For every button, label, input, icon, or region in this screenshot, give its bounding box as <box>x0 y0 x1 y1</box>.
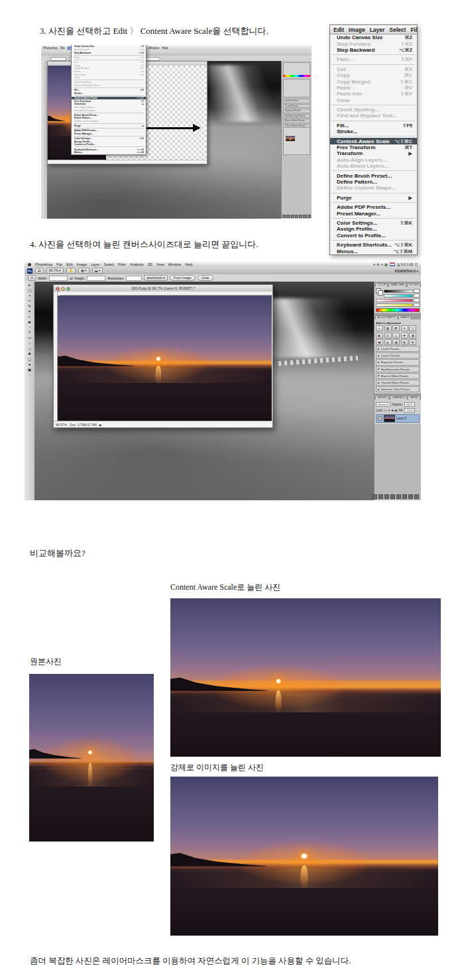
menubar-item[interactable]: Edit <box>66 262 72 266</box>
adjustment-icon[interactable]: ◬ <box>392 333 400 339</box>
preset-row[interactable]: Hue/Saturation Presets <box>283 114 310 119</box>
preset-row[interactable]: ▶ Curves Presets <box>376 353 420 358</box>
menu-item[interactable]: Find and Replace Text... <box>330 113 417 119</box>
menu-item[interactable]: Undo Canvas Size⌘Z <box>330 34 417 40</box>
view-extras-button[interactable]: ▤ <box>35 268 44 274</box>
tool-icon[interactable]: ◻ <box>28 357 31 362</box>
preset-row[interactable]: ▶ Levels Presets <box>376 346 420 352</box>
menu-item[interactable]: Purge▶ <box>330 195 417 201</box>
opacity-value[interactable]: 100% <box>404 402 415 408</box>
preset-row[interactable]: ▶ Black & White Presets <box>376 373 420 379</box>
menubar-item[interactable]: Window <box>168 262 182 266</box>
workspace-switcher[interactable]: ESSENTIALS ▾ <box>395 269 418 273</box>
menubar-item[interactable]: Photoshop <box>35 262 52 266</box>
menubar-item[interactable]: Image <box>77 262 87 266</box>
layer-row[interactable]: Layer 0 <box>376 414 420 423</box>
menu-item[interactable]: Fade...⇧⌘F <box>330 56 417 62</box>
menu-header-item[interactable]: Filte <box>410 27 417 33</box>
adjustment-icon[interactable]: ▽ <box>409 325 416 331</box>
swap-icon[interactable]: ⇄ <box>70 276 72 280</box>
adjustment-icon[interactable]: ▦ <box>384 325 392 331</box>
status-arrow-icon[interactable]: ▶ <box>99 423 102 427</box>
tool-preset[interactable]: ⊡ <box>28 275 36 281</box>
adjustment-icon[interactable]: ◧ <box>376 333 383 339</box>
menu-header-item[interactable]: Image <box>349 27 365 33</box>
adjustments-panel[interactable] <box>283 79 310 97</box>
hand-tool-button[interactable]: ✋ <box>66 268 76 274</box>
tool-icon[interactable]: ■ <box>29 320 31 325</box>
blend-mode-select[interactable]: Normal ▾ <box>376 402 390 408</box>
panel-tab[interactable]: SWATCHES <box>388 283 406 288</box>
tool-icon[interactable]: ▭ <box>28 336 32 341</box>
adjustment-icon[interactable]: ▣ <box>376 339 383 345</box>
menu-item[interactable]: Preset Manager... <box>330 210 417 216</box>
panel-tab[interactable]: MASKS <box>398 315 411 320</box>
tool-icon[interactable]: ▢ <box>28 288 32 293</box>
width-input[interactable] <box>49 276 68 281</box>
visibility-eye-icon[interactable] <box>378 416 382 421</box>
menu-item[interactable]: Paste Into⇧⌘V <box>330 91 417 97</box>
menubar-item[interactable]: Select <box>104 262 114 266</box>
status-zoom[interactable]: 66.67% <box>56 423 67 427</box>
adjustment-icon[interactable]: ◍ <box>409 339 416 345</box>
menu-item[interactable]: Auto-Align Layers... <box>330 157 417 163</box>
tool-icon[interactable]: T <box>29 331 31 335</box>
tool-icon[interactable]: ▸ <box>29 283 30 288</box>
menu-header-item[interactable]: Select <box>389 27 406 33</box>
menubar-item[interactable]: File <box>60 46 65 50</box>
panel-tab[interactable]: STYLES <box>407 283 420 288</box>
panel-tab[interactable]: LAYERS <box>375 396 389 400</box>
preset-row[interactable]: ▶ Channel Mixer Presets <box>376 380 420 386</box>
tool-icon[interactable]: ○ <box>29 341 31 346</box>
menu-item[interactable]: Content-Aware Scale⌥⇧⌘C <box>330 138 417 144</box>
menu-item[interactable]: Stroke... <box>330 129 417 135</box>
window-buttons[interactable] <box>56 287 70 291</box>
adjustment-icon[interactable]: ◪ <box>392 339 400 345</box>
menu-item[interactable]: Define Custom Shape... <box>330 185 417 191</box>
preset-row[interactable]: Curves Presets <box>283 104 310 109</box>
clear-button[interactable]: Clear <box>198 275 213 281</box>
menubar-item[interactable]: Analysis <box>130 262 143 266</box>
color-slider[interactable] <box>384 294 420 298</box>
menu-item[interactable]: Auto-Blend Layers... <box>330 163 417 169</box>
menu-header-item[interactable]: Layer <box>370 27 385 33</box>
tool-icon[interactable]: ◔ <box>29 325 31 330</box>
menubar-item[interactable]: Help <box>185 262 192 266</box>
fg-bg-swatch[interactable] <box>376 288 382 295</box>
adjustment-icon[interactable]: ◐ <box>376 325 383 331</box>
menu-item[interactable]: Menus...⌥⇧⌘M <box>72 151 146 154</box>
color-slider[interactable] <box>384 289 420 293</box>
panel-tab[interactable]: PATHS <box>408 396 420 400</box>
menu-item[interactable]: Free Transform⌘T <box>330 144 417 150</box>
menu-item[interactable]: Step Forward⇧⌘Z <box>330 40 417 46</box>
menu-item[interactable]: Fill...⇧F5 <box>330 123 417 129</box>
menubar-item[interactable]: 3D <box>148 262 152 266</box>
height-input[interactable] <box>87 276 105 281</box>
lock-icons[interactable]: ▢ ✦ ✚ ◉ <box>384 409 397 412</box>
menu-item[interactable]: Define Pattern... <box>330 179 417 185</box>
menu-item[interactable]: Paste⌘V <box>330 85 417 91</box>
panel-footer-icons[interactable] <box>282 215 311 218</box>
color-panel[interactable] <box>283 62 310 76</box>
tool-icon[interactable]: ● <box>29 362 31 367</box>
color-ramp[interactable] <box>283 75 310 77</box>
arrange-documents-button[interactable]: ▦ ▾ <box>78 268 89 274</box>
tools-panel[interactable]: ▸▢⌁✂✎✦◐■◔T▭○◇✚◻●▣◌ <box>25 282 35 500</box>
resolution-input[interactable] <box>126 276 142 281</box>
menubar-item[interactable]: Photoshop <box>43 46 58 50</box>
color-slider[interactable] <box>376 303 420 307</box>
menubar-item[interactable]: View <box>156 262 164 266</box>
layers-panel[interactable] <box>283 127 310 155</box>
adjustment-icon[interactable]: ▥ <box>401 339 408 345</box>
tool-icon[interactable]: ⌁ <box>29 294 31 298</box>
menubar-item[interactable]: Filter <box>118 262 126 266</box>
menu-header-item[interactable]: Edit <box>333 27 344 33</box>
tool-icon[interactable]: ◇ <box>28 347 31 351</box>
menubar-item[interactable]: Window <box>148 46 159 50</box>
front-image-button[interactable]: Front Image <box>170 275 196 281</box>
tool-icon[interactable]: ▣ <box>28 368 32 372</box>
menubar-item[interactable]: Layer <box>91 262 100 266</box>
panel-tab[interactable]: COLOR <box>375 283 388 288</box>
color-ramp[interactable] <box>376 308 420 312</box>
preset-row[interactable]: ▶ Exposure Presets <box>376 359 420 365</box>
